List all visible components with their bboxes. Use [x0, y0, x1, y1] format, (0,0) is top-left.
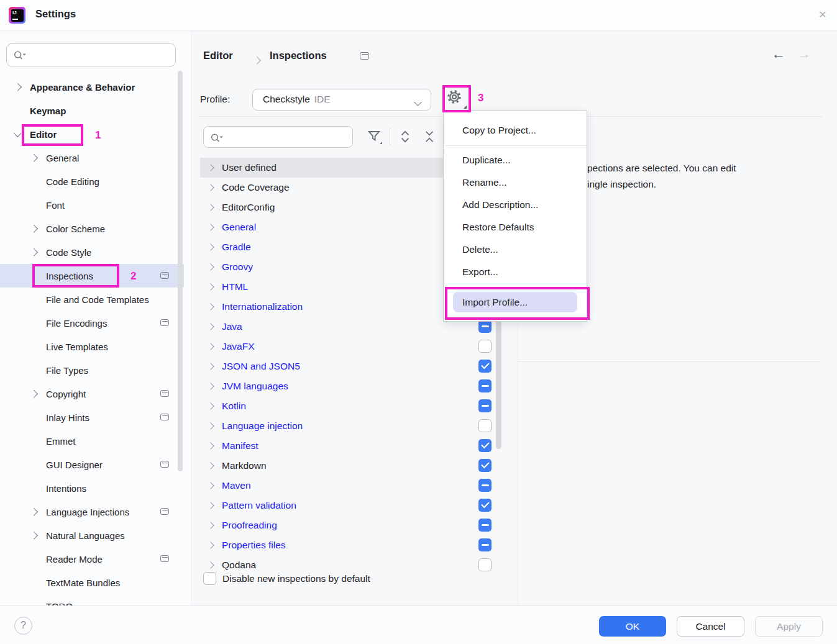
checkbox-jvm-languages[interactable] — [478, 379, 492, 392]
chevron-right-icon — [206, 304, 215, 309]
sidebar-item-keymap[interactable]: Keymap — [0, 99, 184, 122]
sidebar-item-copyright[interactable]: Copyright — [0, 382, 184, 406]
sidebar-item-editor[interactable]: Editor — [0, 122, 184, 146]
chevron-right-icon — [206, 404, 215, 409]
sidebar-item-file-encodings[interactable]: File Encodings — [0, 311, 184, 335]
checkbox-json-and-json5[interactable] — [478, 360, 492, 373]
sidebar-item-file-types[interactable]: File Types — [0, 358, 184, 382]
chevron-right-icon — [206, 225, 215, 230]
tree-row-label: Maven — [222, 480, 251, 491]
sidebar-item-textmate-bundles[interactable]: TextMate Bundles — [0, 571, 184, 594]
collapse-all-icon — [421, 129, 437, 145]
sidebar-item-label: Code Editing — [46, 176, 99, 187]
annotation-number-3: 3 — [478, 92, 483, 104]
chevron-right-icon — [206, 463, 215, 468]
tree-row-label: Java — [222, 321, 242, 332]
menu-item-restore-defaults[interactable]: Restore Defaults — [444, 216, 587, 238]
sidebar-item-inlay-hints[interactable]: Inlay Hints — [0, 406, 184, 429]
sidebar-item-label: Emmet — [46, 436, 76, 447]
tree-row-qodana[interactable]: Qodana — [200, 555, 506, 573]
sidebar-search-box[interactable] — [6, 43, 176, 66]
sidebar-item-reader-mode[interactable]: Reader Mode — [0, 547, 184, 571]
tree-row-manifest[interactable]: Manifest — [200, 436, 506, 456]
tree-row-javafx[interactable]: JavaFX — [200, 337, 506, 356]
tree-row-language-injection[interactable]: Language injection — [200, 416, 506, 436]
apply-button[interactable]: Apply — [755, 616, 823, 637]
tree-row-label: JavaFX — [222, 341, 255, 352]
sidebar-item-inspections[interactable]: Inspections — [0, 264, 184, 288]
sidebar-item-code-style[interactable]: Code Style — [0, 240, 184, 264]
tree-row-properties-files[interactable]: Properties files — [200, 535, 506, 555]
checkbox-qodana[interactable] — [478, 558, 492, 571]
chevron-right-icon — [206, 443, 215, 448]
sidebar-item-code-editing[interactable]: Code Editing — [0, 170, 184, 193]
tree-row-label: Qodana — [222, 560, 256, 571]
inspections-search-input[interactable] — [229, 129, 349, 147]
checkbox-proofreading[interactable] — [478, 519, 492, 532]
breadcrumb-chevron-icon — [254, 54, 260, 65]
chevron-right-icon — [206, 563, 215, 568]
checkbox-markdown[interactable] — [478, 459, 492, 472]
menu-item-copy-to-project[interactable]: Copy to Project... — [444, 119, 587, 142]
checkbox-java[interactable] — [478, 320, 492, 333]
sidebar-item-live-templates[interactable]: Live Templates — [0, 335, 184, 358]
menu-item-duplicate[interactable]: Duplicate... — [444, 149, 587, 171]
gear-dropdown-corner — [464, 106, 467, 109]
sidebar-item-language-injections[interactable]: Language Injections — [0, 500, 184, 524]
tree-row-jvm-languages[interactable]: JVM languages — [200, 376, 506, 396]
ok-button[interactable]: OK — [599, 616, 666, 637]
close-icon[interactable]: × — [813, 5, 832, 24]
expand-all-button[interactable] — [397, 129, 414, 146]
filter-button[interactable] — [366, 128, 383, 145]
checkbox-kotlin[interactable] — [478, 399, 492, 412]
help-button[interactable]: ? — [14, 617, 32, 635]
sidebar-item-appearance-behavior[interactable]: Appearance & Behavior — [0, 75, 184, 99]
cancel-button[interactable]: Cancel — [677, 616, 744, 637]
breadcrumb-editor[interactable]: Editor — [203, 50, 233, 61]
tree-row-kotlin[interactable]: Kotlin — [200, 396, 506, 416]
tree-row-json-and-json5[interactable]: JSON and JSON5 — [200, 356, 506, 376]
disable-new-inspections-checkbox[interactable] — [203, 572, 216, 585]
tree-row-label: Markdown — [222, 460, 267, 471]
sidebar-item-emmet[interactable]: Emmet — [0, 429, 184, 453]
menu-item-rename[interactable]: Rename... — [444, 171, 587, 194]
sidebar-item-todo[interactable]: TODO — [0, 594, 184, 605]
tree-row-proofreading[interactable]: Proofreading — [200, 515, 506, 535]
menu-item-export[interactable]: Export... — [444, 261, 587, 283]
collapse-all-button[interactable] — [421, 129, 439, 146]
menu-item-delete[interactable]: Delete... — [444, 238, 587, 261]
checkbox-javafx[interactable] — [478, 340, 492, 353]
profile-dropdown[interactable]: CheckstyleIDE — [252, 89, 431, 111]
sidebar-item-label: File Encodings — [46, 318, 107, 329]
sidebar-scrollbar[interactable] — [178, 71, 183, 471]
tree-row-maven[interactable]: Maven — [200, 476, 506, 496]
modified-settings-icon — [160, 390, 169, 397]
sidebar-item-intentions[interactable]: Intentions — [0, 476, 184, 500]
sidebar-item-file-and-code-templates[interactable]: File and Code Templates — [0, 288, 184, 311]
checkbox-pattern-validation[interactable] — [478, 499, 492, 512]
tree-row-markdown[interactable]: Markdown — [200, 456, 506, 476]
sidebar-item-gui-designer[interactable]: GUI Designer — [0, 453, 184, 476]
checkbox-manifest[interactable] — [478, 439, 492, 452]
chevron-right-icon — [206, 185, 215, 190]
sidebar-item-general[interactable]: General — [0, 146, 184, 170]
sidebar-item-natural-languages[interactable]: Natural Languages — [0, 524, 184, 547]
inspections-search-box[interactable] — [203, 126, 353, 148]
tree-row-label: Language injection — [222, 420, 303, 432]
menu-item-import-profile[interactable]: Import Profile... — [453, 292, 577, 312]
chevron-right-icon — [206, 543, 215, 548]
sidebar-item-color-scheme[interactable]: Color Scheme — [0, 217, 184, 240]
back-arrow-icon[interactable]: ← — [772, 47, 785, 61]
tree-row-pattern-validation[interactable]: Pattern validation — [200, 496, 506, 515]
forward-arrow-icon[interactable]: → — [797, 47, 811, 61]
chevron-right-icon — [206, 245, 215, 250]
checkbox-maven[interactable] — [478, 479, 492, 492]
checkbox-properties-files[interactable] — [478, 538, 492, 551]
description-text-line2: ingle inspection. — [587, 179, 656, 190]
profile-gear-button[interactable] — [445, 88, 469, 111]
sidebar-item-font[interactable]: Font — [0, 193, 184, 217]
checkbox-language-injection[interactable] — [478, 419, 492, 432]
toolbar-divider — [390, 128, 390, 145]
sidebar-search-input[interactable] — [32, 47, 171, 65]
menu-item-add-description[interactable]: Add Description... — [444, 194, 587, 216]
